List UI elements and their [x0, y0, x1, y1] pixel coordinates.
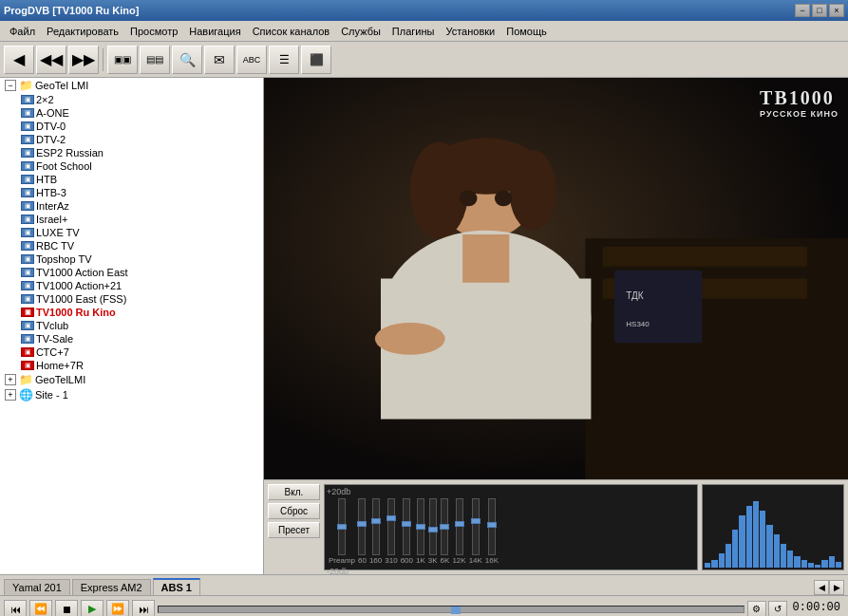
channel-label-home7r: Home+7R: [36, 360, 84, 371]
channel-topshop[interactable]: ▣ Topshop TV: [0, 252, 263, 266]
eq-slider-1k[interactable]: [417, 498, 424, 555]
menu-edit[interactable]: Редактировать: [41, 24, 124, 39]
eq-slider-14k[interactable]: [472, 498, 480, 555]
eq-band-3k: 3K: [428, 498, 438, 565]
channel-label-tvclub: TVclub: [36, 320, 68, 331]
playback-next-button[interactable]: ⏭: [132, 600, 155, 617]
channel-panel[interactable]: − 📁 GeoTel LMI ▣ 2×2 ▣ A-ONE ▣ DTV-0 ▣ D…: [0, 78, 264, 574]
menu-plugins[interactable]: Плагины: [386, 24, 441, 39]
refresh-icon-button[interactable]: ↺: [768, 601, 787, 617]
channel-label-tv1000fss: TV1000 East (FSS): [36, 293, 126, 305]
channel-tv1000fss[interactable]: ▣ TV1000 East (FSS): [0, 292, 263, 306]
eq-slider-12k[interactable]: [456, 498, 463, 555]
eq-reset-button[interactable]: Сброс: [268, 503, 320, 519]
expand-icon-geotel[interactable]: −: [5, 80, 16, 91]
eq-slider-600[interactable]: [403, 498, 410, 555]
channel-dtv2[interactable]: ▣ DTV-2: [0, 133, 263, 146]
channel-label-tv1000rk: TV1000 Ru Kino: [36, 307, 116, 318]
svg-point-14: [375, 323, 445, 355]
playback-prev-button[interactable]: ⏮: [4, 600, 27, 617]
channel-ctc7[interactable]: ▣ СТС+7: [0, 345, 263, 359]
eq-slider-310[interactable]: [387, 498, 395, 555]
tab-bar: Yamal 201 Express AM2 ABS 1 ◀ ▶: [0, 574, 848, 595]
menu-channels[interactable]: Список каналов: [247, 24, 336, 39]
toolbar-mail-button[interactable]: ✉: [204, 46, 235, 74]
channel-htb[interactable]: ▣ HTB: [0, 173, 263, 186]
tab-abs1[interactable]: ABS 1: [153, 578, 200, 595]
eq-slider-160[interactable]: [372, 498, 380, 555]
tab-scroll-right[interactable]: ▶: [829, 580, 844, 595]
toolbar-back-button[interactable]: ◀: [4, 46, 34, 74]
seek-thumb[interactable]: [451, 607, 461, 614]
channel-esp2[interactable]: ▣ ESP2 Russian: [0, 146, 263, 159]
toolbar-view1-button[interactable]: ▣▣: [107, 46, 138, 74]
toolbar-prev-button[interactable]: ◀◀: [36, 46, 66, 74]
menu-file[interactable]: Файл: [4, 24, 41, 39]
playback-stop-button[interactable]: ⏹: [55, 600, 78, 617]
svg-rect-13: [462, 234, 509, 283]
channel-label-dtv0: DTV-0: [36, 121, 66, 132]
eq-slider-3k[interactable]: [429, 498, 437, 555]
toolbar-view2-button[interactable]: ▤▤: [140, 46, 170, 74]
toolbar-separator-1: [103, 48, 104, 71]
channel-rbc[interactable]: ▣ RBC TV: [0, 239, 263, 252]
channel-label-dtv2: DTV-2: [36, 134, 66, 145]
toolbar-text-button[interactable]: ABC: [236, 46, 267, 74]
channel-aone[interactable]: ▣ A-ONE: [0, 106, 263, 120]
eq-area: Вкл. Сброс Пресет +20db Preamp: [264, 479, 848, 574]
menu-help[interactable]: Помощь: [500, 24, 553, 39]
channel-tv1000ae[interactable]: ▣ TV1000 Action East: [0, 266, 263, 279]
channel-tvsale[interactable]: ▣ TV-Sale: [0, 332, 263, 345]
close-button[interactable]: ×: [829, 4, 844, 17]
window-title: ProgDVB [TV1000 Ru Kino]: [4, 5, 139, 16]
eq-on-button[interactable]: Вкл.: [268, 484, 320, 500]
channel-tv1000rk[interactable]: ▣ TV1000 Ru Kino: [0, 306, 263, 319]
channel-home7r[interactable]: ▣ Home+7R: [0, 359, 263, 372]
toolbar-search-button[interactable]: 🔍: [172, 46, 202, 74]
playback-play-button[interactable]: ▶: [81, 600, 104, 617]
channel-interaz[interactable]: ▣ InterAz: [0, 199, 263, 213]
eq-label-top: +20db: [327, 487, 350, 496]
eq-band-160: 160: [369, 498, 382, 565]
channel-dtv0[interactable]: ▣ DTV-0: [0, 120, 263, 133]
channel-2x2[interactable]: ▣ 2×2: [0, 93, 263, 106]
expand-icon-geotellmi[interactable]: +: [5, 374, 16, 385]
toolbar-stop-button[interactable]: ⬛: [301, 46, 331, 74]
channel-label-ctc7: СТС+7: [36, 346, 69, 358]
tab-scroll-left[interactable]: ◀: [814, 580, 829, 595]
maximize-button[interactable]: □: [812, 4, 827, 17]
toolbar-list-button[interactable]: ☰: [269, 46, 299, 74]
eq-slider-60[interactable]: [358, 498, 366, 555]
video-container[interactable]: ТДК HS340: [264, 78, 848, 479]
menu-view[interactable]: Просмотр: [124, 24, 183, 39]
eq-slider-preamp[interactable]: [338, 498, 346, 555]
tab-yamal201[interactable]: Yamal 201: [4, 579, 70, 595]
channel-htb3[interactable]: ▣ HTB-3: [0, 186, 263, 199]
eq-preset-button[interactable]: Пресет: [268, 522, 320, 538]
channel-israel[interactable]: ▣ Israel+: [0, 213, 263, 226]
minimize-button[interactable]: −: [795, 4, 810, 17]
channel-tv1000a21[interactable]: ▣ TV1000 Action+21: [0, 279, 263, 292]
tab-expressam2[interactable]: Express AM2: [72, 579, 151, 595]
channel-foot-school[interactable]: ▣ Foot School: [0, 159, 263, 173]
menu-navigation[interactable]: Навигация: [183, 24, 246, 39]
menu-settings[interactable]: Установки: [440, 24, 500, 39]
channel-luxe[interactable]: ▣ LUXE TV: [0, 226, 263, 239]
toolbar-next-button[interactable]: ▶▶: [68, 46, 99, 74]
seek-bar[interactable]: [158, 606, 744, 613]
tree-group-site1[interactable]: + 🌐 Site - 1: [0, 387, 263, 402]
eq-slider-6k[interactable]: [441, 498, 448, 555]
expand-icon-site1[interactable]: +: [5, 389, 16, 401]
spec-bar-17: [815, 565, 820, 568]
playback-rew-button[interactable]: ⏪: [29, 600, 52, 617]
playback-fwd-button[interactable]: ⏩: [106, 600, 129, 617]
menu-services[interactable]: Службы: [335, 24, 386, 39]
channel-icon-foot-school: ▣: [21, 161, 34, 171]
channel-tvclub[interactable]: ▣ TVclub: [0, 319, 263, 332]
time-display: 0:00:00: [789, 601, 844, 617]
tree-group-geotellmi[interactable]: + 📁 GeoTelLMI: [0, 372, 263, 387]
eq-slider-16k[interactable]: [488, 498, 496, 555]
logo-line2: РУССКОЕ КИНО: [760, 109, 839, 119]
settings-icon-button[interactable]: ⚙: [747, 601, 766, 617]
tree-group-geotel[interactable]: − 📁 GeoTel LMI: [0, 78, 263, 93]
